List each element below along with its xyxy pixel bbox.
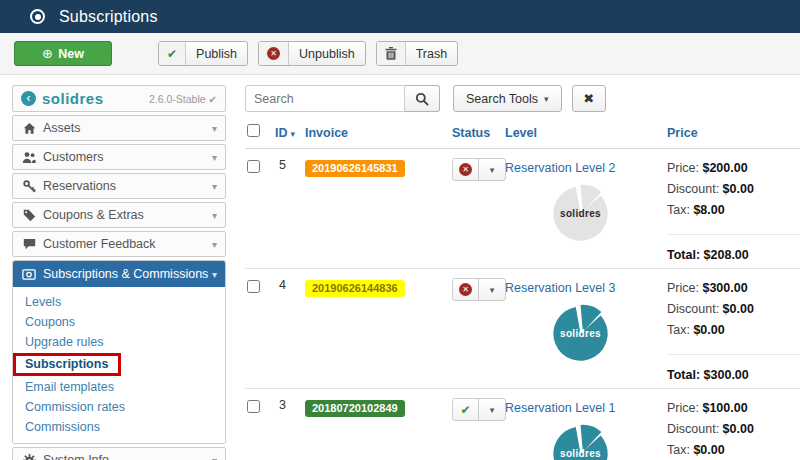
publish-status-button[interactable]: ✔ xyxy=(453,399,479,420)
sidebar-item-label: Customers xyxy=(43,150,103,164)
unpublish-status-button[interactable]: ✕ xyxy=(453,159,479,180)
circle-x-icon: ✕ xyxy=(459,163,472,176)
column-header-level[interactable]: Level xyxy=(505,126,537,140)
column-header-invoice[interactable]: Invoice xyxy=(305,126,348,140)
close-icon: ✖ xyxy=(583,91,594,106)
level-link[interactable]: Reservation Level 3 xyxy=(505,281,615,295)
unpublish-status-button[interactable]: ✕ xyxy=(453,279,479,300)
toolbar: ⊕ New ✔ Publish ✕ Unpublish Trash xyxy=(0,33,800,75)
circle-x-icon: ✕ xyxy=(267,47,280,60)
price-summary: Price: $200.00 Discount: $0.00 Tax: $8.0… xyxy=(655,158,800,262)
row-id: 4 xyxy=(267,278,305,382)
price-summary: Price: $100.00 Discount: $0.00 Tax: $0.0… xyxy=(655,398,800,460)
search-icon xyxy=(415,92,429,106)
status-button-group: ✕ ▾ xyxy=(452,278,506,301)
sidebar-item-system-info[interactable]: System Info ▾ xyxy=(12,447,226,460)
sidebar-item-label: Assets xyxy=(43,121,81,135)
chevron-down-icon: ▾ xyxy=(490,285,495,295)
search-tools-label: Search Tools xyxy=(466,92,538,106)
svg-text:solidres: solidres xyxy=(560,448,601,459)
submenu-item-levels[interactable]: Levels xyxy=(13,292,225,312)
publish-button[interactable]: ✔ Publish xyxy=(158,41,248,66)
submenu-item-upgrade-rules[interactable]: Upgrade rules xyxy=(13,332,225,352)
plus-circle-icon: ⊕ xyxy=(42,46,53,61)
chevron-down-icon: ▾ xyxy=(490,405,495,415)
trash-button[interactable]: Trash xyxy=(376,41,459,66)
solidres-logo-panel: ‹ solidres 2.6.0-Stable✔ xyxy=(12,85,226,112)
table-header-row: ID▾ Invoice Status Level Price xyxy=(245,122,800,149)
row-id: 5 xyxy=(267,158,305,262)
sidebar-item-customers[interactable]: Customers ▾ xyxy=(12,144,226,170)
column-header-price[interactable]: Price xyxy=(667,126,698,140)
gear-icon xyxy=(21,454,37,460)
unpublish-button[interactable]: ✕ Unpublish xyxy=(258,41,366,66)
search-submit-button[interactable] xyxy=(405,85,440,112)
trash-button-label: Trash xyxy=(406,42,458,65)
row-id: 3 xyxy=(267,398,305,460)
home-icon xyxy=(21,122,37,135)
submenu-item-commissions[interactable]: Commissions xyxy=(13,417,225,437)
price-separator xyxy=(667,354,800,355)
publish-button-label: Publish xyxy=(186,42,247,65)
submenu-item-email-templates[interactable]: Email templates xyxy=(13,377,225,397)
submenu-item-coupons[interactable]: Coupons xyxy=(13,312,225,332)
status-dropdown-button[interactable]: ▾ xyxy=(479,399,505,420)
column-header-status[interactable]: Status xyxy=(452,126,490,140)
sidebar-item-label: Customer Feedback xyxy=(43,237,156,251)
status-button-group: ✔ ▾ xyxy=(452,398,506,421)
check-icon: ✔ xyxy=(167,47,177,61)
invoice-badge: 20190626144836 xyxy=(305,280,405,297)
version-check-icon: ✔ xyxy=(209,94,217,105)
select-all-checkbox[interactable] xyxy=(247,124,260,137)
clear-search-button[interactable]: ✖ xyxy=(572,85,606,112)
sidebar-item-label: Coupons & Extras xyxy=(43,208,144,222)
search-row: Search Tools▾ ✖ xyxy=(245,85,800,112)
price-separator xyxy=(667,234,800,235)
title-bar: Subscriptions xyxy=(0,0,800,33)
chevron-down-icon: ▾ xyxy=(212,269,217,280)
svg-text:solidres: solidres xyxy=(560,328,601,339)
sidebar-item-assets[interactable]: Assets ▾ xyxy=(12,115,226,141)
sidebar-item-reservations[interactable]: Reservations ▾ xyxy=(12,173,226,199)
money-icon xyxy=(21,269,37,280)
page-title: Subscriptions xyxy=(59,8,158,26)
sidebar-item-customer-feedback[interactable]: Customer Feedback ▾ xyxy=(12,231,226,257)
version-label: 2.6.0-Stable✔ xyxy=(149,93,217,105)
sidebar-item-subscriptions-commissions[interactable]: Subscriptions & Commissions ▾ xyxy=(13,261,225,287)
unpublish-button-label: Unpublish xyxy=(289,42,365,65)
chevron-down-icon: ▾ xyxy=(212,239,217,250)
search-input[interactable] xyxy=(245,85,405,112)
back-chevron-icon[interactable]: ‹ xyxy=(21,91,36,106)
column-header-id[interactable]: ID xyxy=(275,126,288,140)
chevron-down-icon: ▾ xyxy=(490,165,495,175)
submenu-item-commission-rates[interactable]: Commission rates xyxy=(13,397,225,417)
trash-icon xyxy=(385,47,397,60)
users-icon xyxy=(21,151,37,164)
table-row: 4 20190626144836 ✕ ▾ Reservation Level 3… xyxy=(245,269,800,389)
new-button[interactable]: ⊕ New xyxy=(14,41,112,66)
comment-icon xyxy=(21,238,37,250)
sidebar-item-label: System Info xyxy=(43,453,109,460)
content-area: ‹ solidres 2.6.0-Stable✔ Assets ▾ Custom… xyxy=(0,75,800,460)
row-checkbox[interactable] xyxy=(247,280,260,293)
status-dropdown-button[interactable]: ▾ xyxy=(479,159,505,180)
sidebar-group-subscriptions-commissions: Subscriptions & Commissions ▾ Levels Cou… xyxy=(12,260,226,444)
level-link[interactable]: Reservation Level 1 xyxy=(505,401,615,415)
row-checkbox[interactable] xyxy=(247,160,260,173)
table-row: 3 20180720102849 ✔ ▾ Reservation Level 1… xyxy=(245,389,800,460)
subscriptions-submenu: Levels Coupons Upgrade rules Subscriptio… xyxy=(13,287,225,443)
solidres-pie-logo: solidres xyxy=(551,303,610,362)
subscriptions-highlight-box: Subscriptions xyxy=(13,353,121,376)
status-dropdown-button[interactable]: ▾ xyxy=(479,279,505,300)
row-checkbox[interactable] xyxy=(247,400,260,413)
solidres-logo-text: solidres xyxy=(42,90,104,107)
chevron-down-icon: ▾ xyxy=(212,181,217,192)
search-tools-button[interactable]: Search Tools▾ xyxy=(453,85,562,112)
level-link[interactable]: Reservation Level 2 xyxy=(505,161,615,175)
chevron-down-icon: ▾ xyxy=(212,152,217,163)
chevron-down-icon: ▾ xyxy=(212,210,217,221)
sidebar-item-coupons-extras[interactable]: Coupons & Extras ▾ xyxy=(12,202,226,228)
submenu-item-subscriptions[interactable]: Subscriptions xyxy=(25,356,108,372)
solidres-pie-logo: solidres xyxy=(551,183,610,242)
solidres-pie-logo: solidres xyxy=(551,423,610,460)
